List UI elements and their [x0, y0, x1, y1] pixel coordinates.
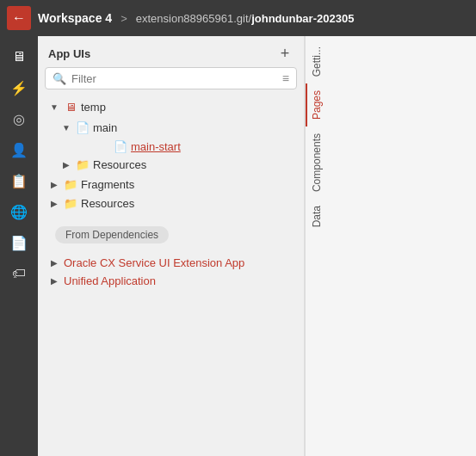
tree-content: 🖥 temp + 📄 main +: [38, 96, 304, 456]
tree-label-resources2: Resources: [81, 197, 134, 210]
main-content: 🖥 ⚡ ◎ 👤 📋 🌐 📄 🏷 App UIs + 🔍 ≡: [0, 36, 476, 456]
sidebar-icon-person[interactable]: 👤: [5, 136, 33, 163]
panel-add-button[interactable]: +: [276, 45, 294, 62]
chevron-oracle-cx[interactable]: [48, 258, 60, 268]
from-dependencies-label: From Dependencies: [55, 226, 169, 243]
dep-label-unified-app: Unified Application: [64, 274, 156, 287]
sidebar-icon-clipboard[interactable]: 📋: [5, 167, 33, 194]
icon-sidebar: 🖥 ⚡ ◎ 👤 📋 🌐 📄 🏷: [0, 36, 38, 456]
dep-label-oracle-cx: Oracle CX Service UI Extension App: [64, 256, 244, 269]
tab-components[interactable]: Components: [306, 126, 326, 199]
chevron-resources2[interactable]: [48, 199, 60, 208]
file-icon: 📄: [114, 140, 127, 153]
sidebar-icon-globe-outline[interactable]: ◎: [5, 105, 33, 132]
folder-icon-3: 📁: [64, 197, 77, 210]
tab-getting-started[interactable]: Getti...: [306, 40, 326, 83]
tree-label-main-start: main-start: [131, 140, 181, 153]
top-bar: Workspace 4 > extension88965961.git/john…: [0, 0, 476, 36]
tab-pages[interactable]: Pages: [306, 83, 326, 126]
chevron-main[interactable]: [60, 123, 72, 132]
app-uis-panel: App UIs + 🔍 ≡ 🖥 temp +: [38, 36, 305, 456]
tree-label-resources1: Resources: [93, 158, 146, 171]
panel-header: App UIs +: [38, 36, 304, 67]
monitor-red-icon: 🖥: [64, 101, 77, 114]
breadcrumb-path: extension88965961.git/johndunbar-202305: [136, 12, 355, 25]
sidebar-icon-document[interactable]: 📄: [5, 229, 33, 256]
panel-title: App UIs: [48, 47, 90, 60]
workspace-name: Workspace 4: [38, 11, 112, 25]
right-content-area: [326, 36, 476, 456]
tab-data[interactable]: Data: [306, 199, 326, 234]
chevron-fragments[interactable]: [48, 180, 60, 189]
chevron-unified-app[interactable]: [48, 276, 60, 286]
menu-icon[interactable]: ≡: [282, 71, 289, 85]
tree-label-main: main: [93, 121, 117, 134]
sidebar-icon-globe[interactable]: 🌐: [5, 198, 33, 225]
tree-label-fragments: Fragments: [81, 178, 134, 191]
dep-item-unified-app[interactable]: Unified Application: [41, 272, 300, 290]
right-panel: Getti... Pages Components Data: [305, 36, 476, 456]
search-icon: 🔍: [53, 72, 66, 85]
dep-item-oracle-cx[interactable]: Oracle CX Service UI Extension App: [41, 254, 300, 272]
from-dependencies-section: From Dependencies: [41, 213, 300, 254]
back-button[interactable]: [7, 6, 31, 30]
filter-input[interactable]: [71, 72, 277, 85]
tree-item-main-start[interactable]: 📄 main-start: [41, 138, 300, 156]
tree-item-resources1[interactable]: 📁 Resources: [41, 156, 300, 174]
sidebar-icon-lightning[interactable]: ⚡: [5, 74, 33, 102]
folder-icon-1: 📁: [76, 158, 90, 171]
tree-item-main[interactable]: 📄 main +: [41, 117, 300, 138]
sidebar-icon-tag[interactable]: 🏷: [5, 260, 33, 287]
sidebar-icon-monitor[interactable]: 🖥: [5, 43, 33, 71]
chevron-resources1[interactable]: [60, 160, 72, 169]
tree-item-resources2[interactable]: 📁 Resources: [41, 194, 300, 213]
tree-item-fragments[interactable]: 📁 Fragments +: [41, 174, 300, 194]
doc-red-icon: 📄: [76, 121, 90, 134]
right-tabs: Getti... Pages Components Data: [305, 36, 326, 456]
tree-label-temp: temp: [81, 101, 106, 114]
tree-item-temp[interactable]: 🖥 temp +: [41, 96, 300, 117]
breadcrumb-separator: >: [121, 12, 127, 25]
folder-icon-2: 📁: [64, 178, 77, 191]
chevron-temp[interactable]: [48, 102, 60, 112]
search-bar: 🔍 ≡: [45, 67, 297, 89]
